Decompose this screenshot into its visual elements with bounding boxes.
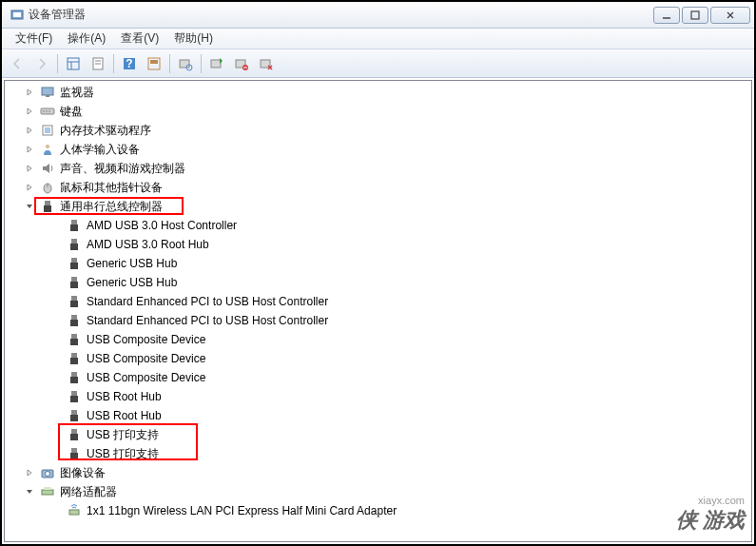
- tree-category[interactable]: 鼠标和其他指针设备: [7, 178, 749, 197]
- svg-rect-40: [71, 258, 77, 263]
- expander-icon[interactable]: [24, 467, 35, 478]
- tree-device[interactable]: USB Composite Device: [7, 368, 749, 387]
- window-controls: [653, 7, 750, 24]
- svg-rect-45: [70, 301, 78, 307]
- svg-rect-23: [42, 88, 53, 95]
- usb-device-icon: [67, 446, 82, 461]
- help-button[interactable]: ?: [118, 52, 141, 75]
- tree-category[interactable]: 通用串行总线控制器: [7, 197, 749, 216]
- svg-rect-24: [46, 95, 49, 97]
- usb-device-icon: [67, 408, 82, 423]
- svg-rect-18: [211, 60, 221, 68]
- tree-device[interactable]: AMD USB 3.0 Host Controller: [7, 216, 749, 235]
- svg-rect-39: [70, 244, 78, 250]
- device-label: Standard Enhanced PCI to USB Host Contro…: [85, 294, 330, 309]
- svg-rect-50: [71, 353, 77, 358]
- svg-rect-3: [691, 11, 699, 19]
- menu-help[interactable]: 帮助(H): [166, 29, 221, 49]
- action-button[interactable]: [143, 52, 165, 75]
- uninstall-button[interactable]: [230, 52, 253, 75]
- expander-icon[interactable]: [24, 163, 35, 174]
- tree-category[interactable]: 监视器: [7, 83, 749, 102]
- usb-device-icon: [67, 427, 82, 442]
- usb-device-icon: [67, 275, 82, 290]
- device-label: USB Composite Device: [85, 332, 207, 347]
- usb-device-icon: [67, 370, 82, 385]
- expander-icon[interactable]: [24, 201, 35, 212]
- svg-rect-15: [150, 60, 158, 64]
- expander-icon[interactable]: [24, 486, 35, 497]
- menu-file[interactable]: 文件(F): [8, 29, 60, 49]
- show-hide-console-button[interactable]: [62, 52, 85, 75]
- tree-device[interactable]: USB 打印支持: [7, 444, 749, 463]
- keyboard-icon: [40, 104, 55, 119]
- tree-device[interactable]: Standard Enhanced PCI to USB Host Contro…: [7, 292, 749, 311]
- tree-device[interactable]: Generic USB Hub: [7, 273, 749, 292]
- svg-rect-41: [70, 263, 78, 269]
- network-icon: [40, 484, 55, 499]
- tree-device[interactable]: USB Composite Device: [7, 349, 749, 368]
- scan-hardware-button[interactable]: [174, 52, 197, 75]
- tree-category[interactable]: 图像设备: [7, 463, 749, 482]
- device-label: USB 打印支持: [85, 445, 161, 463]
- svg-point-27: [46, 110, 47, 111]
- category-label: 图像设备: [58, 464, 107, 482]
- mouse-icon: [40, 180, 55, 195]
- update-driver-button[interactable]: [205, 52, 228, 75]
- category-label: 鼠标和其他指针设备: [58, 179, 165, 197]
- svg-rect-42: [71, 277, 77, 282]
- menu-view[interactable]: 查看(V): [113, 29, 166, 49]
- usb-device-icon: [67, 389, 82, 404]
- tree-category[interactable]: 人体学输入设备: [7, 140, 749, 159]
- tree-device[interactable]: USB Composite Device: [7, 330, 749, 349]
- maximize-button[interactable]: [682, 7, 708, 24]
- tree-category[interactable]: 键盘: [7, 102, 749, 121]
- svg-rect-1: [13, 12, 21, 17]
- svg-text:?: ?: [126, 57, 132, 70]
- device-label: USB Composite Device: [85, 370, 207, 385]
- tree-device[interactable]: Standard Enhanced PCI to USB Host Contro…: [7, 311, 749, 330]
- usb-device-icon: [67, 313, 82, 328]
- tree-device[interactable]: USB 打印支持: [7, 425, 749, 444]
- svg-rect-34: [45, 201, 50, 205]
- svg-rect-57: [70, 415, 78, 421]
- svg-rect-52: [71, 372, 77, 377]
- toolbar: ?: [2, 49, 754, 78]
- category-label: 通用串行总线控制器: [58, 198, 165, 216]
- toolbar-separator: [113, 54, 114, 73]
- tree-category[interactable]: 网络适配器: [7, 482, 749, 501]
- svg-rect-59: [70, 434, 78, 440]
- svg-rect-48: [71, 334, 77, 339]
- expander-icon[interactable]: [24, 182, 35, 193]
- usb-device-icon: [67, 237, 82, 252]
- hid-icon: [40, 142, 55, 157]
- tree-category[interactable]: 声音、视频和游戏控制器: [7, 159, 749, 178]
- device-label: AMD USB 3.0 Root Hub: [85, 237, 211, 252]
- properties-button[interactable]: [87, 52, 109, 75]
- tree-device[interactable]: 1x1 11bgn Wireless LAN PCI Express Half …: [7, 501, 749, 520]
- menu-action[interactable]: 操作(A): [60, 29, 113, 49]
- svg-point-63: [46, 472, 50, 477]
- tree-device[interactable]: USB Root Hub: [7, 406, 749, 425]
- device-label: USB Root Hub: [85, 389, 164, 404]
- svg-rect-54: [71, 391, 77, 396]
- tree-device[interactable]: USB Root Hub: [7, 387, 749, 406]
- svg-rect-49: [70, 339, 78, 345]
- expander-icon[interactable]: [24, 106, 35, 117]
- svg-rect-44: [71, 296, 77, 301]
- tree-device[interactable]: AMD USB 3.0 Root Hub: [7, 235, 749, 254]
- tree-category[interactable]: 内存技术驱动程序: [7, 121, 749, 140]
- expander-icon[interactable]: [24, 87, 35, 98]
- app-icon: [10, 8, 25, 23]
- svg-rect-64: [42, 490, 53, 495]
- svg-rect-16: [180, 60, 189, 68]
- svg-point-26: [43, 110, 44, 111]
- category-label: 内存技术驱动程序: [58, 122, 153, 140]
- svg-rect-35: [44, 205, 51, 212]
- minimize-button[interactable]: [653, 7, 680, 24]
- tree-device[interactable]: Generic USB Hub: [7, 254, 749, 273]
- disable-button[interactable]: [255, 52, 278, 75]
- close-button[interactable]: [710, 7, 750, 24]
- expander-icon[interactable]: [24, 125, 35, 136]
- expander-icon[interactable]: [24, 144, 35, 155]
